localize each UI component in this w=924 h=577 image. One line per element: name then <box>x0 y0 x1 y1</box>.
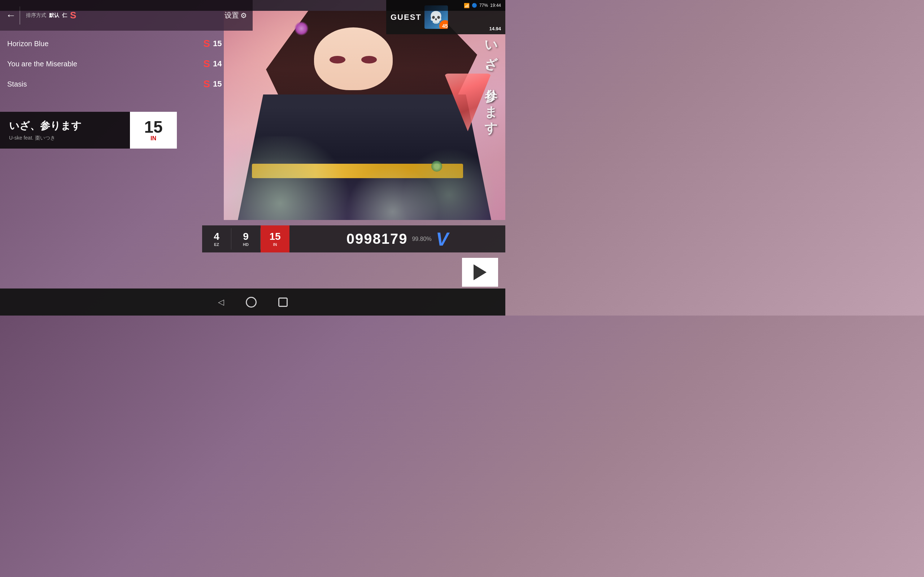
nav-square-button[interactable] <box>278 298 288 307</box>
nav-back-button[interactable]: ◁ <box>218 298 224 307</box>
selected-level-num: 15 <box>144 119 162 135</box>
song-list: Horizon Blue S 15 You are the Miserable … <box>0 31 231 97</box>
diff-label-in: IN <box>273 242 277 247</box>
score-value: 0998179 <box>347 231 408 247</box>
bluetooth-icon: 🔵 <box>472 3 477 8</box>
bottom-nav: ◁ <box>0 288 505 316</box>
score-grade: V <box>436 228 449 250</box>
diff-label-hd: HD <box>243 242 249 247</box>
song-item-1[interactable]: Horizon Blue S 15 <box>0 34 231 54</box>
diff-btn-in[interactable]: 15 IN <box>261 226 289 253</box>
character-face <box>314 27 393 90</box>
score-percent: 99.80% <box>412 236 431 242</box>
song-level-1: 15 <box>213 39 224 48</box>
score-area: 0998179 99.80% V <box>289 226 505 253</box>
song-item-2[interactable]: You are the Miserable S 14 <box>0 54 231 74</box>
settings-button[interactable]: 设置 ⚙ <box>225 10 247 20</box>
song-name-2: You are the Miserable <box>7 60 203 68</box>
diff-num-hd: 9 <box>243 232 249 242</box>
artwork-image: いざ、参ります <box>224 11 505 220</box>
diff-btn-ez[interactable]: 4 EZ <box>202 226 231 253</box>
battery-label: 77% <box>479 3 488 8</box>
difficulty-row: 4 EZ 9 HD 15 IN 0998179 99.80% V <box>202 226 505 253</box>
play-icon <box>473 264 486 280</box>
settings-label: 设置 <box>225 10 239 20</box>
sort-default: 默认 <box>49 12 59 19</box>
settings-icon: ⚙ <box>241 11 247 20</box>
artwork-title-overlay: いざ、参ります <box>482 32 499 129</box>
sort-separator: 仁 <box>62 12 67 19</box>
selected-level-label: IN <box>150 135 156 142</box>
song-level-3: 15 <box>213 79 224 89</box>
back-button[interactable]: ← <box>6 10 16 21</box>
sort-label: 排序方式 <box>26 12 46 19</box>
song-name-1: Horizon Blue <box>7 40 203 48</box>
artwork-area: いざ、参ります <box>224 11 505 220</box>
rating-value: 14.94 <box>489 26 501 31</box>
time-label: 19:44 <box>490 3 501 8</box>
play-button[interactable] <box>462 258 498 287</box>
song-diff-2: S <box>203 58 210 69</box>
guest-label: GUEST <box>391 13 422 22</box>
wifi-icon: 📶 <box>464 3 470 8</box>
char-left-eye <box>330 56 346 63</box>
flowers-bottom <box>224 136 505 220</box>
sort-area: 排序方式 默认 仁 S <box>26 10 225 21</box>
sort-number: S <box>70 10 76 21</box>
diff-num-ez: 4 <box>214 232 220 242</box>
nav-home-button[interactable] <box>246 297 257 308</box>
status-icons: 📶 🔵 77% 19:44 <box>464 3 501 8</box>
status-bar: 📶 🔵 77% 19:44 <box>0 0 505 11</box>
song-diff-1: S <box>203 38 210 49</box>
diff-btn-hd[interactable]: 9 HD <box>231 226 260 253</box>
song-name-3: Stasis <box>7 80 203 89</box>
song-level-2: 14 <box>213 59 224 69</box>
selected-song-card: いざ、参ります U-ske feat. 棗いつき 15 IN <box>0 112 177 148</box>
song-diff-3: S <box>203 78 210 90</box>
character-flower <box>294 21 309 36</box>
char-right-eye <box>361 56 377 63</box>
diff-label-ez: EZ <box>214 242 219 247</box>
selected-level-badge: 15 IN <box>130 112 177 148</box>
song-item-3[interactable]: Stasis S 15 <box>0 74 231 94</box>
diff-num-in: 15 <box>269 232 281 242</box>
